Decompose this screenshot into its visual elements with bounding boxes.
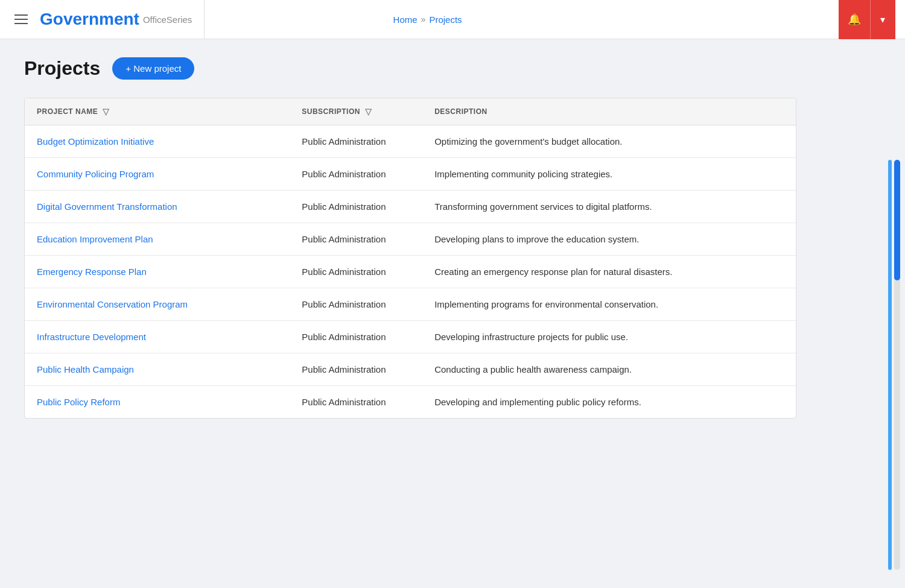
filter-name-icon[interactable]: ▽ — [103, 107, 110, 116]
table-row: Digital Government TransformationPublic … — [25, 191, 796, 223]
cell-project-name: Environmental Conservation Program — [25, 288, 290, 321]
cell-subscription: Public Administration — [290, 321, 422, 353]
table-row: Environmental Conservation ProgramPublic… — [25, 288, 796, 321]
chevron-down-icon: ▾ — [880, 14, 885, 25]
cell-subscription: Public Administration — [290, 288, 422, 321]
cell-subscription: Public Administration — [290, 158, 422, 191]
table-row: Infrastructure DevelopmentPublic Adminis… — [25, 321, 796, 353]
cell-description: Developing plans to improve the educatio… — [422, 223, 796, 256]
project-name-link[interactable]: Education Improvement Plan — [37, 234, 153, 244]
cell-subscription: Public Administration — [290, 191, 422, 223]
page-title: Projects — [24, 57, 100, 80]
project-name-link[interactable]: Budget Optimization Initiative — [37, 136, 154, 147]
cell-project-name: Budget Optimization Initiative — [25, 125, 290, 158]
menu-icon[interactable] — [10, 10, 33, 29]
cell-description: Developing and implementing public polic… — [422, 386, 796, 419]
project-name-link[interactable]: Infrastructure Development — [37, 332, 146, 342]
cell-project-name: Emergency Response Plan — [25, 256, 290, 288]
table-row: Education Improvement PlanPublic Adminis… — [25, 223, 796, 256]
projects-table-container: PROJECT NAME ▽ SUBSCRIPTION ▽ DESCRIPTIO… — [24, 98, 796, 419]
bell-icon: 🔔 — [848, 13, 861, 26]
project-name-link[interactable]: Digital Government Transformation — [37, 201, 177, 212]
cell-description: Optimizing the government's budget alloc… — [422, 125, 796, 158]
filter-subscription-icon[interactable]: ▽ — [365, 107, 372, 116]
cell-project-name: Community Policing Program — [25, 158, 290, 191]
col-header-name: PROJECT NAME ▽ — [25, 98, 290, 125]
cell-description: Developing infrastructure projects for p… — [422, 321, 796, 353]
user-dropdown-button[interactable]: ▾ — [870, 0, 895, 39]
logo-subtitle: OfficeSeries — [143, 14, 192, 25]
cell-description: Creating an emergency response plan for … — [422, 256, 796, 288]
table-header: PROJECT NAME ▽ SUBSCRIPTION ▽ DESCRIPTIO… — [25, 98, 796, 125]
cell-project-name: Infrastructure Development — [25, 321, 290, 353]
main-content: Projects + New project PROJECT NAME ▽ SU… — [0, 39, 905, 437]
nav-current-link[interactable]: Projects — [429, 14, 462, 25]
table-row: Public Health CampaignPublic Administrat… — [25, 353, 796, 386]
table-row: Public Policy ReformPublic Administratio… — [25, 386, 796, 419]
logo-title: Government — [40, 10, 139, 29]
cell-description: Transforming government services to digi… — [422, 191, 796, 223]
table-body: Budget Optimization InitiativePublic Adm… — [25, 125, 796, 419]
project-name-link[interactable]: Emergency Response Plan — [37, 267, 147, 277]
header-actions: 🔔 ▾ — [839, 0, 895, 39]
notification-bell-button[interactable]: 🔔 — [839, 0, 870, 39]
cell-subscription: Public Administration — [290, 223, 422, 256]
cell-subscription: Public Administration — [290, 256, 422, 288]
cell-subscription: Public Administration — [290, 125, 422, 158]
col-header-description: DESCRIPTION — [422, 98, 796, 125]
breadcrumb: Home » Projects — [393, 14, 462, 25]
cell-subscription: Public Administration — [290, 353, 422, 386]
project-name-link[interactable]: Public Policy Reform — [37, 397, 120, 407]
nav-home-link[interactable]: Home — [393, 14, 418, 25]
col-header-subscription: SUBSCRIPTION ▽ — [290, 98, 422, 125]
cell-description: Conducting a public health awareness cam… — [422, 353, 796, 386]
project-name-link[interactable]: Community Policing Program — [37, 169, 154, 179]
header-logo: Government OfficeSeries — [10, 0, 205, 39]
scrollbar-track-blue — [888, 160, 892, 570]
cell-project-name: Digital Government Transformation — [25, 191, 290, 223]
table-row: Emergency Response PlanPublic Administra… — [25, 256, 796, 288]
nav-separator: » — [421, 14, 426, 24]
cell-description: Implementing community policing strategi… — [422, 158, 796, 191]
header: Government OfficeSeries Home » Projects … — [0, 0, 905, 39]
table-row: Community Policing ProgramPublic Adminis… — [25, 158, 796, 191]
table-row: Budget Optimization InitiativePublic Adm… — [25, 125, 796, 158]
scrollbar-thumb[interactable] — [894, 160, 900, 280]
project-name-link[interactable]: Public Health Campaign — [37, 364, 134, 375]
cell-project-name: Education Improvement Plan — [25, 223, 290, 256]
project-name-link[interactable]: Environmental Conservation Program — [37, 299, 188, 309]
cell-project-name: Public Policy Reform — [25, 386, 290, 419]
cell-description: Implementing programs for environmental … — [422, 288, 796, 321]
new-project-button[interactable]: + New project — [112, 57, 194, 80]
cell-subscription: Public Administration — [290, 386, 422, 419]
projects-table: PROJECT NAME ▽ SUBSCRIPTION ▽ DESCRIPTIO… — [25, 98, 796, 418]
page-header: Projects + New project — [24, 57, 881, 80]
cell-project-name: Public Health Campaign — [25, 353, 290, 386]
scrollbar-track[interactable] — [894, 160, 900, 570]
